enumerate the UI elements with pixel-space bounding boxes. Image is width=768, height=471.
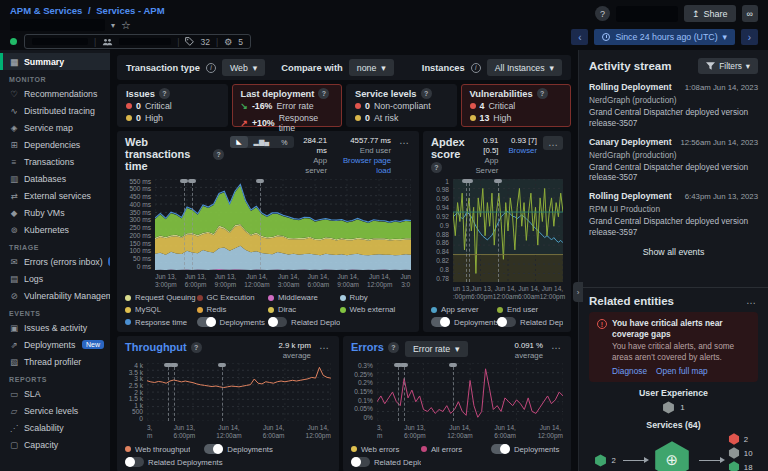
toggle-deployments[interactable]: Deployments [431,317,497,327]
plot-region[interactable] [377,363,563,421]
help-icon[interactable]: ? [421,88,432,99]
more-menu-button[interactable]: … [397,136,411,146]
deployment-marker-line[interactable] [168,367,169,421]
legend-item-web-errors[interactable]: Web errors [351,444,421,454]
deployment-marker-line[interactable] [192,183,193,271]
sidebar-item-summary[interactable]: ▦Summary [0,53,110,70]
deployment-marker-pin[interactable] [449,363,457,367]
legend-item-ruby[interactable]: Ruby [340,293,412,302]
sidebar-item-service-map[interactable]: ◈Service map [0,119,110,136]
toggle-switch[interactable] [351,457,370,467]
user-experience-node[interactable]: 1 [589,401,758,414]
sidebar-item-capacity[interactable]: ▢Capacity [0,436,110,453]
help-icon[interactable]: ? [213,149,224,160]
legend-item-middleware[interactable]: Middleware [268,293,340,302]
legend-item-gc-execution[interactable]: GC Execution [197,293,269,302]
service-levels-card[interactable]: Service levels?0Non-compliant0At risk [346,84,457,127]
sidebar-item-issues-activity[interactable]: ▣Issues & activity [0,319,110,336]
more-menu-button[interactable]: … [543,136,563,150]
legend-item-dirac[interactable]: Dirac [268,305,340,314]
service-node[interactable]: 2 [728,433,748,445]
legend-item-app-server[interactable]: App server [431,305,497,314]
search-redacted[interactable] [616,6,678,22]
share-button[interactable]: ↥ Share [684,5,736,22]
toggle-deployments[interactable]: Deployments [491,444,561,454]
errors-title[interactable]: Errors ? [351,341,399,353]
apdex-chart[interactable]: 10.980.960.940.920.90.880.860.840.820.80… [431,179,563,302]
entity-name-redacted[interactable] [10,19,105,31]
toggle-switch[interactable] [431,317,450,327]
tags-count[interactable]: 32 [200,37,209,47]
toggle-deployments[interactable]: Deployments [197,317,269,327]
plot-region[interactable] [147,363,331,421]
service-node-center[interactable]: ⊕ [652,440,692,471]
toggle-deployments[interactable]: Deployments [204,444,273,454]
deployment-marker-line[interactable] [466,183,467,283]
activity-event[interactable]: Rolling Deployment1:08am Jun 14, 2023Ner… [589,82,758,129]
deployment-marker-pin[interactable] [465,179,473,183]
collapse-rail-handle[interactable]: › [573,282,583,302]
help-icon[interactable]: ? [537,88,548,99]
time-back-button[interactable]: ‹ [571,29,588,45]
legend-item-web-external[interactable]: Web external [340,305,412,314]
legend-item-all-errors[interactable]: All errors [421,444,491,454]
more-menu-button[interactable]: … [317,341,331,351]
chevron-down-icon[interactable]: ▾ [111,21,115,30]
web-transactions-chart[interactable]: 550 ms500 ms450 ms400 ms350 ms300 ms250 … [125,179,411,290]
deployment-marker-pin[interactable] [256,179,264,183]
show-all-events-link[interactable]: Show all events [589,247,758,257]
toggle-related-deployments[interactable]: Related Deployments [125,457,223,467]
sidebar-item-vulnerability-management[interactable]: ⊘Vulnerability Management [0,287,110,304]
throughput-chart[interactable]: 4 k3.5 k3 k2.5 k2 k1.5 k1 k50003,mJun 13… [125,363,331,440]
deployment-marker-line[interactable] [498,183,499,283]
toggle-switch[interactable] [497,317,516,327]
throughput-title[interactable]: Throughput ? [125,341,202,353]
help-icon[interactable]: ? [388,342,399,353]
deployment-marker-pin[interactable] [218,363,226,367]
last-deployment-card[interactable]: Last deployment?↘-16%Error rate↗+10%Resp… [232,84,343,127]
sidebar-item-kubernetes[interactable]: ⊚Kubernetes [0,221,110,238]
toggle-switch[interactable] [491,444,510,454]
deployment-marker-line[interactable] [174,367,175,421]
sidebar-item-distributed-tracing[interactable]: ∿Distributed tracing [0,102,110,119]
toggle-related-deployments[interactable]: Related Deployments [268,317,340,327]
deployment-marker-pin[interactable] [494,179,502,183]
help-icon[interactable]: ? [191,342,202,353]
sidebar-item-recommendations[interactable]: ♡Recommendations [0,85,110,102]
help-icon[interactable]: ? [159,88,170,99]
toggle-switch[interactable] [197,317,216,327]
tags-icon[interactable] [185,37,194,46]
legend-item-response-time[interactable]: Response time [125,317,197,327]
toggle-related-deployments[interactable]: Related Deployments [351,457,421,467]
breadcrumb-services-apm[interactable]: Services - APM [96,5,164,16]
breadcrumb-apm-services[interactable]: APM & Services [10,5,82,16]
sidebar-item-transactions[interactable]: ≡Transactions [0,153,110,170]
filters-button[interactable]: Filters ▾ [698,58,758,74]
toggle-switch[interactable] [204,444,223,454]
service-node[interactable]: 18 [728,461,753,471]
browser-page-load-link[interactable]: Browser page load [337,156,391,176]
activity-event[interactable]: Canary Deployment12:56am Jun 14, 2023Ner… [589,137,758,184]
more-menu-button[interactable]: … [549,341,563,351]
help-icon[interactable]: ? [595,6,610,21]
diagnose-link[interactable]: Diagnose [612,366,647,376]
legend-item-web-throughput[interactable]: Web throughput [125,444,190,454]
issues-card[interactable]: Issues?0Critical0High [117,84,228,127]
deployment-marker-line[interactable] [453,367,454,421]
apdex-browser-link[interactable]: Browser [508,146,537,156]
errors-chart[interactable]: 0.3%0.25%0.2%0.15%0.1%0.05%0%3,mJun 13,6… [351,363,563,440]
settings-count[interactable]: 5 [238,37,243,47]
legend-item-mysql[interactable]: MySQL [125,305,197,314]
sidebar-item-logs[interactable]: ▤Logs [0,270,110,287]
service-node-left[interactable]: 2 [594,454,615,467]
activity-event[interactable]: Rolling Deployment6:43pm Jun 13, 2023RPM… [589,191,758,238]
info-icon[interactable]: i [206,63,216,73]
deployment-marker-line[interactable] [184,183,185,271]
service-node[interactable]: 10 [728,447,753,459]
open-full-map-link[interactable]: Open full map [656,366,708,376]
transaction-type-dropdown[interactable]: Web ▾ [222,59,265,76]
time-forward-button[interactable]: › [741,29,758,45]
deployment-marker-pin[interactable] [400,363,408,367]
error-rate-dropdown[interactable]: Error rate ▾ [405,341,468,357]
more-menu-button[interactable]: … [744,296,758,306]
